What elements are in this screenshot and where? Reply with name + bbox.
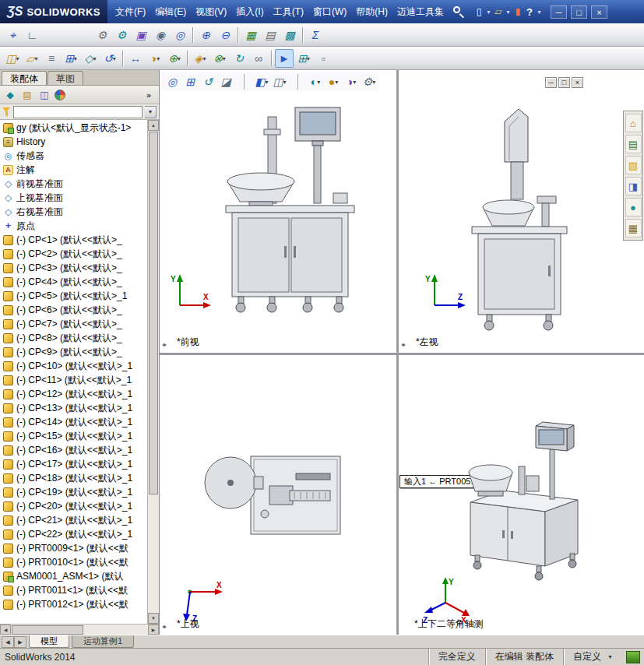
hide-show-items-icon[interactable]: ◐ xyxy=(307,73,324,90)
tree-item[interactable]: (-) CP<19> (默认<<默认>_1 xyxy=(0,485,147,499)
panel-tab[interactable]: 装配体 xyxy=(2,71,47,85)
edit-appearance-icon[interactable]: ● xyxy=(325,73,342,90)
smart-fasteners-icon[interactable]: ≡ xyxy=(42,49,61,68)
status-editing-assembly[interactable]: 在编辑 装配体 xyxy=(485,649,563,665)
tree-item[interactable]: (-) CP<7> (默认<<默认>_ xyxy=(0,317,147,331)
exploded-view-icon[interactable]: ◈ xyxy=(191,49,209,68)
options-icon[interactable]: ⚙ xyxy=(93,26,111,44)
tree-item[interactable]: (-) CP<17> (默认<<默认>_1 xyxy=(0,457,147,471)
isometric-view-drawing[interactable] xyxy=(455,421,595,593)
open-document-icon[interactable]: ▱ xyxy=(493,5,504,19)
configurationmanager-icon[interactable]: ◫ xyxy=(37,88,51,102)
motion-study-icon[interactable]: ↻ xyxy=(230,49,248,68)
filter-dropdown-icon[interactable] xyxy=(145,106,157,118)
rotate-component-icon[interactable]: ↺ xyxy=(100,49,119,68)
tree-item[interactable]: ◇ 前视基准面 xyxy=(0,177,147,191)
tree-item[interactable]: (-) CP<20> (默认<<默认>_1 xyxy=(0,499,147,513)
tree-item[interactable]: (-) PRT0009<1> (默认<<默 xyxy=(0,541,147,555)
new-document-dropdown-icon[interactable]: ▾ xyxy=(485,5,492,19)
view-settings-icon[interactable]: ⚙ xyxy=(361,73,378,90)
menu-item[interactable]: 插入(I) xyxy=(231,3,268,20)
tree-item[interactable]: (-) PRT0010<1> (默认<<默 xyxy=(0,555,147,569)
top-view-drawing[interactable] xyxy=(202,452,347,541)
maximize-button[interactable]: □ xyxy=(571,5,587,19)
interference-detection-icon[interactable]: ⊗ xyxy=(210,49,229,68)
menu-item[interactable]: 帮助(H) xyxy=(351,3,392,20)
menu-item[interactable]: 编辑(E) xyxy=(150,3,191,20)
document-close-button[interactable]: × xyxy=(572,77,583,88)
toolbox-icon[interactable]: ▮ xyxy=(512,5,523,19)
equations-icon[interactable]: Σ xyxy=(306,26,325,44)
zoom-area-icon[interactable]: ⊞ xyxy=(181,73,199,90)
move-component-icon[interactable]: ↔ xyxy=(126,49,145,68)
tree-item[interactable]: (-) CP<21> (默认<<默认>_1 xyxy=(0,513,147,527)
tree-item[interactable]: (-) CP<8> (默认<<默认>_ xyxy=(0,331,147,345)
search-icon[interactable] xyxy=(452,5,466,19)
open-part-icon[interactable]: ▱ xyxy=(23,49,41,68)
tree-item[interactable]: (-) CP<12> (默认<<默认>_1 xyxy=(0,387,147,401)
menu-item[interactable]: 迈迪工具集 xyxy=(392,3,449,20)
reference-geometry-icon[interactable]: ⊞ xyxy=(294,49,313,68)
scroll-down-icon[interactable] xyxy=(148,613,159,624)
previous-view-icon[interactable]: ↺ xyxy=(199,73,216,90)
tree-item[interactable]: (-) CP<14> (默认<<默认>_1 xyxy=(0,415,147,429)
tree-item[interactable]: (-) CP<6> (默认<<默认>_ xyxy=(0,303,147,317)
design-library-icon[interactable]: ▤ xyxy=(625,135,642,153)
display-settings-icon[interactable]: ▣ xyxy=(132,26,150,44)
tree-item[interactable]: + 原点 xyxy=(0,219,147,233)
section-view-icon[interactable]: ◪ xyxy=(217,73,234,90)
tree-item[interactable]: (-) CP<4> (默认<<默认>_ xyxy=(0,275,147,289)
pane-splitter-handle[interactable] xyxy=(162,341,165,348)
screen-capture-icon[interactable]: ◉ xyxy=(151,26,170,44)
vertical-scroll-thumb[interactable] xyxy=(149,132,158,494)
tree-root-item[interactable]: gy (默认<默认_显示状态-1> xyxy=(0,121,147,135)
quick-tips-icon[interactable] xyxy=(626,651,640,663)
pane-splitter-handle[interactable] xyxy=(401,341,404,348)
open-document-dropdown-icon[interactable]: ▾ xyxy=(505,5,512,19)
viewport-isometric[interactable]: 输入1 ← PRT0051<1> xyxy=(399,355,644,635)
menu-item[interactable]: 视图(V) xyxy=(191,3,231,20)
tree-vertical-scrollbar[interactable] xyxy=(147,120,159,624)
tree-item[interactable]: A 注解 xyxy=(0,163,147,177)
selection-filter-icon[interactable]: ◎ xyxy=(171,26,189,44)
status-fully-defined[interactable]: 完全定义 xyxy=(428,649,485,665)
mass-properties-icon[interactable]: ∟ xyxy=(23,26,41,44)
tab-scroll-right-icon[interactable] xyxy=(14,636,26,648)
tree-filter-input[interactable] xyxy=(13,106,143,118)
help-dropdown-icon[interactable]: ▾ xyxy=(536,5,543,19)
sketch-icon[interactable]: ▫ xyxy=(314,49,333,68)
tree-item[interactable]: (-) CP<5> (默认<<默认>_1 xyxy=(0,289,147,303)
left-view-drawing[interactable] xyxy=(464,106,581,340)
tree-item[interactable]: ◇ 右视基准面 xyxy=(0,205,147,219)
tree-item[interactable]: ≡ History xyxy=(0,135,147,149)
tree-item[interactable]: ◎ 传感器 xyxy=(0,149,147,163)
zoom-in-icon[interactable]: ⊕ xyxy=(196,26,215,44)
status-custom[interactable]: 自定义 xyxy=(563,649,622,665)
zoom-fit-icon[interactable]: ◎ xyxy=(164,73,181,90)
bom-table-icon[interactable]: ▦ xyxy=(241,26,260,44)
custom-properties-icon[interactable]: ▦ xyxy=(625,219,642,238)
tree-item[interactable]: (-) CP<16> (默认<<默认>_1 xyxy=(0,443,147,457)
tree-item[interactable]: ASM0001_ASM<1> (默认 xyxy=(0,569,147,583)
tree-item[interactable]: (-) CP<1> (默认<<默认>_ xyxy=(0,233,147,247)
document-tab[interactable]: 运动算例1 xyxy=(72,635,134,648)
document-tab[interactable]: 模型 xyxy=(29,635,69,648)
insert-components-icon[interactable]: ◫ xyxy=(3,49,22,68)
component-pattern-icon[interactable]: ⊞ xyxy=(62,49,80,68)
tree-item[interactable]: (-) CP<13> (默认<<默认>_1 xyxy=(0,401,147,415)
new-document-icon[interactable]: ▯ xyxy=(473,5,484,19)
apply-scene-icon[interactable]: ◑ xyxy=(343,73,360,90)
propertymanager-icon[interactable]: ▤ xyxy=(20,88,34,102)
help-icon[interactable]: ? xyxy=(524,5,535,19)
view-orientation-icon[interactable]: ◧ xyxy=(253,73,270,90)
panel-flyout-chevron-icon[interactable]: » xyxy=(142,88,156,102)
scroll-right-icon[interactable] xyxy=(148,625,159,635)
tree-item[interactable]: (-) CP<2> (默认<<默认>_ xyxy=(0,247,147,261)
appearances-icon[interactable]: ● xyxy=(625,198,642,216)
mate-icon[interactable]: ◇ xyxy=(81,49,100,68)
show-hidden-components-icon[interactable]: ◑ xyxy=(146,49,164,68)
scroll-up-icon[interactable] xyxy=(148,120,159,131)
spline-icon[interactable]: ∞ xyxy=(249,49,268,68)
viewport-front[interactable]: ◎⊞↺◪◧◫◐●◑⚙ xyxy=(160,70,396,353)
menu-item[interactable]: 工具(T) xyxy=(269,3,308,20)
